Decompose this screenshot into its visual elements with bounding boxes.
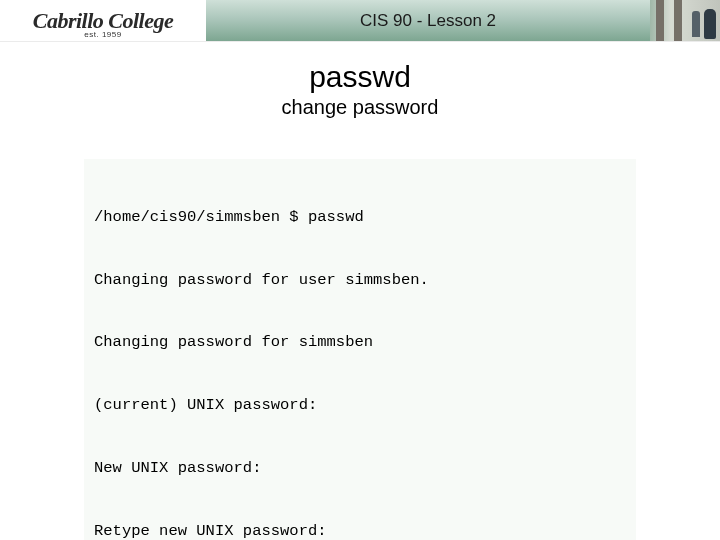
- terminal-line: (current) UNIX password:: [94, 395, 626, 416]
- terminal-output: /home/cis90/simmsben $ passwd Changing p…: [84, 159, 636, 540]
- terminal-line: Changing password for user simmsben.: [94, 270, 626, 291]
- slide-content: passwd change password /home/cis90/simms…: [0, 42, 720, 540]
- terminal-line: /home/cis90/simmsben $ passwd: [94, 207, 626, 228]
- lesson-title: CIS 90 - Lesson 2: [360, 11, 496, 31]
- terminal-line: New UNIX password:: [94, 458, 626, 479]
- header-banner: Cabrillo College est. 1959 CIS 90 - Less…: [0, 0, 720, 42]
- terminal-line: Changing password for simmsben: [94, 332, 626, 353]
- command-subtitle: change password: [30, 96, 690, 119]
- command-title: passwd: [30, 60, 690, 94]
- banner-photo: [650, 0, 720, 41]
- logo-est: est. 1959: [84, 30, 121, 39]
- lesson-title-bar: CIS 90 - Lesson 2: [206, 0, 650, 41]
- terminal-line: Retype new UNIX password:: [94, 521, 626, 540]
- college-logo: Cabrillo College est. 1959: [0, 0, 206, 41]
